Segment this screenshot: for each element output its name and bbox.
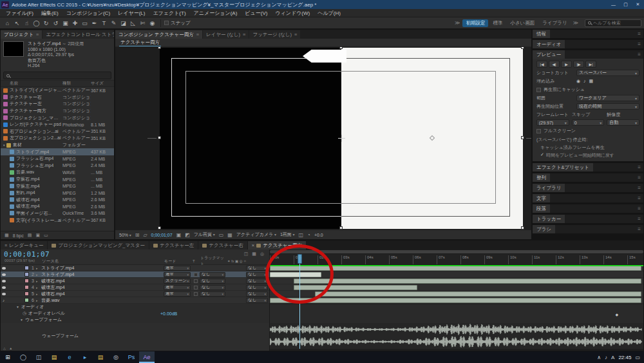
layer-twirl-icon[interactable]: ▸ — [36, 273, 41, 277]
menu-edit[interactable]: 編集(E) — [37, 9, 62, 17]
file-explorer-button[interactable]: ▤ — [46, 351, 62, 363]
project-item-18[interactable]: 平面イメージ右...QuickTime3.6 MB — [1, 210, 114, 217]
viewer-panel-tab-2[interactable]: フッテージ (なし)≡ — [249, 30, 300, 39]
panel-menu-icon[interactable]: ≡ — [196, 32, 199, 37]
timeline-tab-1[interactable]: プロジェクションマッピング_マスター — [48, 241, 148, 250]
panel-header-brushes[interactable]: ブラシ≡ — [533, 225, 643, 233]
grid-guides-icon[interactable]: ⊞ — [135, 232, 140, 238]
browser-button[interactable]: ◎ — [108, 351, 124, 363]
project-search-box[interactable] — [3, 72, 111, 79]
panel-menu-icon[interactable]: ≡ — [638, 41, 641, 47]
timeline-tab-3[interactable]: テクスチャー右 — [198, 241, 247, 250]
notification-center-icon[interactable]: ▭ — [635, 355, 640, 360]
layer-row-6[interactable]: ♪6▸音楽.wavなし — [1, 297, 269, 304]
task-view-button[interactable]: ◫ — [31, 351, 46, 363]
label-color-chip[interactable] — [24, 272, 29, 277]
play-button[interactable]: ▶ — [561, 61, 572, 68]
project-panel-tab-0[interactable]: プロジェクト≡ — [1, 30, 42, 39]
orbit-camera-tool-icon[interactable]: ↻ — [41, 19, 51, 28]
column-name[interactable]: 名前 — [1, 81, 62, 86]
shortcut-dropdown[interactable]: スペースバー — [576, 70, 639, 76]
pan-behind-tool-icon[interactable]: ✚ — [70, 19, 80, 28]
layer-twirl-icon[interactable]: ▸ — [36, 299, 41, 302]
label-color-chip[interactable] — [24, 285, 29, 289]
menu-view[interactable]: ビュー(V) — [241, 9, 271, 17]
project-item-11[interactable]: フラッシュ左.mp4MPEG2.4 MB — [1, 162, 114, 170]
parent-dropdown[interactable]: なし — [246, 291, 268, 297]
layer-duration-bar-5[interactable] — [315, 291, 641, 297]
keyframe-icon[interactable]: ◆ — [616, 312, 619, 317]
layer-row-3[interactable]: 3▸破壊右.mp4スクリーンなしなし — [1, 278, 269, 284]
bit-depth-button[interactable]: 8 bpc — [13, 233, 24, 238]
layer-twirl-icon[interactable]: ▸ — [36, 266, 41, 270]
viewer-panel-tab-1[interactable]: レイヤー (なし)≡ — [203, 30, 249, 39]
panel-menu-icon[interactable]: ≡ — [36, 32, 39, 37]
selection-handle[interactable] — [521, 47, 524, 49]
puppet-pin-tool-icon[interactable]: ◉ — [147, 19, 157, 28]
panel-header-tracker[interactable]: トラッカー≡ — [533, 215, 643, 223]
project-column-headers[interactable]: 名前 種類 サイズ — [1, 80, 114, 87]
column-mode[interactable]: モード — [164, 259, 193, 264]
after-effects-button[interactable]: Ae — [139, 351, 155, 363]
type-tool-icon[interactable]: T — [99, 19, 109, 28]
menu-effect[interactable]: エフェクト(T) — [149, 9, 189, 17]
blend-mode-dropdown[interactable]: 通常 — [164, 291, 191, 297]
resolution-dropdown[interactable]: フル画質 — [194, 231, 215, 238]
panel-menu-icon[interactable]: ≡ — [638, 175, 641, 181]
column-type[interactable]: 種類 — [62, 81, 91, 86]
panel-menu-icon[interactable]: ≡ — [638, 216, 641, 222]
mask-visibility-icon[interactable]: ▱ — [143, 232, 147, 238]
search-button[interactable]: ◯ — [15, 351, 31, 363]
pixel-aspect-icon[interactable]: ◫ — [299, 232, 304, 238]
resolution-dropdown[interactable]: 自動 — [607, 119, 639, 126]
panel-menu-icon[interactable]: ≡ — [638, 52, 641, 57]
viewer-panel-tab-0[interactable]: コンポジション テクスチャー両方≡ — [115, 30, 202, 39]
start-button[interactable]: ⊞ — [0, 351, 15, 363]
close-button[interactable]: ✕ — [632, 2, 644, 7]
project-item-6[interactable]: 右プロジェクション...aiベクトルアート351 KB — [1, 128, 114, 135]
project-item-9[interactable]: ストライプ.mp4MPEG437 KB — [1, 148, 114, 155]
parent-dropdown[interactable]: なし — [246, 285, 268, 290]
selection-handle[interactable] — [521, 226, 524, 230]
eye-toggle-icon[interactable] — [1, 265, 6, 271]
label-color-chip[interactable] — [24, 279, 29, 283]
eye-toggle-icon[interactable] — [1, 284, 6, 290]
parent-dropdown[interactable]: なし — [246, 266, 268, 271]
audio-tracks[interactable]: ◆ — [270, 304, 643, 323]
magnification-dropdown[interactable]: 50% — [119, 233, 131, 237]
menu-file[interactable]: ファイル(F) — [2, 9, 37, 17]
exposure-control[interactable]: +0.0 — [314, 233, 323, 237]
blend-mode-dropdown[interactable]: 通常 — [164, 285, 191, 290]
selection-handle[interactable] — [158, 47, 161, 49]
menu-composition[interactable]: コンポジション(C) — [62, 9, 114, 17]
selection-tool-icon[interactable]: ↖ — [12, 19, 22, 28]
edge-button[interactable]: e — [62, 351, 77, 363]
project-item-3[interactable]: テクスチャー両方コンポジション — [1, 108, 114, 115]
preserve-transparency-toggle[interactable] — [194, 286, 198, 289]
eye-toggle-icon[interactable] — [1, 271, 6, 277]
audio-level-value[interactable]: +0.00dB — [160, 311, 177, 316]
preserve-transparency-toggle[interactable] — [194, 279, 198, 283]
delete-item-icon[interactable]: ▭ — [44, 233, 48, 238]
panel-menu-icon[interactable]: ≡ — [243, 32, 245, 37]
project-item-16[interactable]: 破壊右.mp4MPEG2.6 MB — [1, 197, 114, 204]
help-search-box[interactable]: ヘルプを検索 — [585, 19, 641, 27]
panel-menu-icon[interactable]: ≡ — [638, 31, 641, 37]
workspace-button-2[interactable]: 小さい画面 — [507, 19, 538, 27]
shape-tool-icon[interactable]: ▭ — [80, 19, 90, 28]
preserve-transparency-toggle[interactable] — [194, 292, 198, 296]
selection-handle[interactable] — [339, 47, 343, 49]
panel-header-paragraph[interactable]: 段落≡ — [533, 204, 643, 213]
project-item-5[interactable]: レンガ(テクスチャー.psdPhotoshop8.1 MB — [1, 121, 114, 128]
fullscreen-checkbox[interactable] — [536, 129, 541, 133]
track-matte-dropdown[interactable]: なし — [200, 279, 225, 284]
timeline-zoom-slider[interactable]: △ ▲ — [3, 346, 14, 350]
interpret-footage-icon[interactable]: ▦ — [5, 233, 9, 238]
column-size[interactable]: サイズ — [91, 81, 114, 86]
project-item-4[interactable]: プロジェクション_マスターコンポジション — [1, 114, 114, 121]
pen-tool-icon[interactable]: ✒ — [90, 19, 99, 28]
layer-duration-bar-6[interactable] — [270, 298, 641, 303]
project-item-15[interactable]: 割れ.mp4MPEG1.2 MB — [1, 190, 114, 197]
workspace-button-3[interactable]: ライブラリ — [539, 19, 570, 27]
prev-frame-button[interactable]: ◀| — [549, 61, 560, 68]
